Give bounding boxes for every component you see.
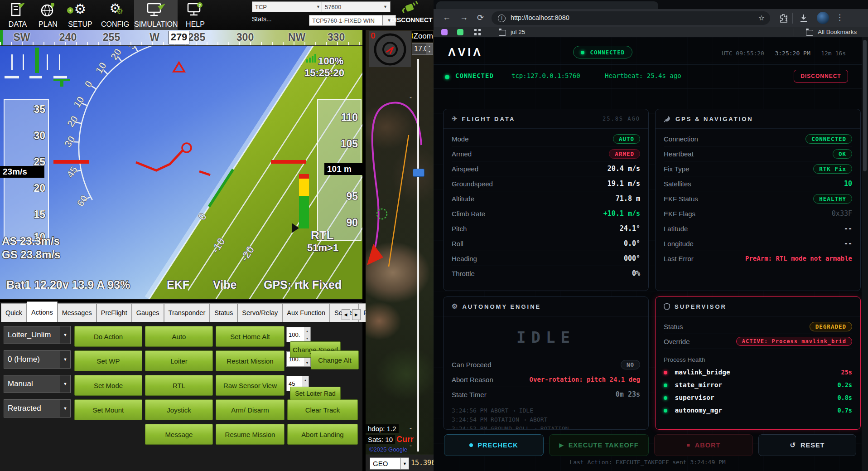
all-bookmarks[interactable]: All Bookmarks	[818, 29, 857, 35]
loiter-button[interactable]: Loiter	[145, 350, 213, 371]
tab-scroll-right[interactable]: ▶	[352, 309, 361, 320]
set-wp-button[interactable]: Set WP	[74, 350, 142, 371]
zoom-slider-handle[interactable]	[413, 169, 424, 177]
row-supervisor-status: StatusDEGRADED	[664, 319, 852, 334]
slider-tick: -	[410, 93, 412, 101]
tab-plan[interactable]: PLAN	[34, 0, 63, 30]
simulation-monitor-icon	[146, 2, 166, 18]
auto-button[interactable]: Auto	[145, 326, 213, 347]
folder-icon	[806, 29, 813, 37]
bookmark-green[interactable]	[457, 29, 463, 35]
tab-actions[interactable]: Actions	[27, 301, 58, 322]
bookmarks-divider2	[794, 29, 794, 36]
resume-mission-button[interactable]: Resume Mission	[216, 424, 285, 445]
coord-select-arrow[interactable]: ▼	[400, 457, 409, 470]
mount-select[interactable]: Retracted▼	[4, 399, 71, 418]
protocol-select[interactable]: TCP▼	[252, 1, 323, 12]
restart-mission-button[interactable]: Restart Mission	[216, 350, 285, 371]
mp-tab-bar: QuickActionsMessagesPreFlightGaugesTrans…	[0, 302, 362, 322]
precheck-button[interactable]: PRECHECK	[444, 434, 544, 456]
disconnect-button[interactable]: DISCONNECT	[391, 16, 432, 24]
tab-transponder[interactable]: Transponder	[164, 303, 210, 322]
address-bar[interactable]: i http://localhost:8080 ☆	[492, 11, 770, 25]
tab-scroll-left[interactable]: ◀	[342, 309, 350, 320]
row-satellites: Satellites10	[664, 176, 852, 191]
bookmark-folder-jul25[interactable]: jul 25	[511, 29, 525, 35]
row-altitude: Altitude71.8 m	[452, 191, 640, 206]
zoom-stepper[interactable]: 17.0 ▲▼	[412, 43, 433, 55]
raw-sensor-view-button[interactable]: Raw Sensor View	[216, 375, 285, 396]
row-heartbeat: HeartbeatOK	[664, 146, 852, 161]
bookmark-star-icon[interactable]: ☆	[758, 14, 765, 22]
abort-button[interactable]: ■ABORT	[654, 434, 753, 456]
avia-dashboard: ΛVIΛ CONNECTED UTC 09:55:20 3:25:20 PM 1…	[434, 37, 862, 471]
disconnect-button[interactable]: DISCONNECT	[794, 70, 848, 83]
toolbar-divider	[792, 13, 793, 24]
set-mount-button[interactable]: Set Mount	[74, 399, 142, 420]
coord-bar: GEO ▼ 15.39655	[366, 455, 434, 471]
coord-mode-select[interactable]: GEO	[370, 457, 403, 470]
set-loiter-rad-button[interactable]: Set Loiter Rad	[290, 387, 341, 400]
tab-data[interactable]: DATA	[3, 0, 33, 30]
tab-aux-function[interactable]: Aux Function	[282, 303, 330, 322]
waypoint-select[interactable]: 0 (Home)▼	[4, 350, 71, 369]
bookmark-purple[interactable]	[441, 29, 448, 35]
do-action-button[interactable]: Do Action	[74, 326, 142, 347]
satellite-icon	[664, 115, 671, 122]
clear-track-button[interactable]: Clear Track	[287, 399, 358, 420]
change-alt-button[interactable]: Change Alt	[311, 350, 359, 369]
baud-select[interactable]: 57600▼	[322, 1, 391, 12]
mode-select[interactable]: Loiter_Unlim▼	[4, 326, 71, 344]
stepper-arrows-icon[interactable]: ▲▼	[304, 327, 310, 342]
connection-status-pill: CONNECTED	[573, 46, 632, 58]
row-throttle: Throttle0%	[452, 266, 640, 281]
reset-button[interactable]: ↺RESET	[758, 434, 856, 456]
set-home-alt-button[interactable]: Set Home Alt	[216, 326, 285, 347]
stats-link[interactable]: Stats...	[252, 15, 272, 23]
abort-landing-button[interactable]: Abort Landing	[287, 424, 358, 445]
forward-icon[interactable]: →	[460, 13, 468, 22]
link-select[interactable]: TCP5760-1-FIXED WIN	[309, 15, 388, 26]
speed-stepper[interactable]: 100.▲▼	[286, 327, 311, 342]
zoom-slider-track[interactable]	[417, 59, 419, 452]
tab-status[interactable]: Status	[210, 303, 237, 322]
joystick-button[interactable]: Joystick	[145, 399, 213, 420]
apps-grid-icon[interactable]	[474, 29, 481, 35]
tab-gauges[interactable]: Gauges	[132, 303, 164, 322]
map-strip[interactable]: 0 Zoom 17.0 ▲▼ - - - hdop: 1.2 Sats: 10 …	[366, 30, 434, 471]
tab-preflight[interactable]: PreFlight	[96, 303, 132, 322]
utc-time: UTC 09:55:20	[722, 50, 764, 57]
tab-quick[interactable]: Quick	[1, 303, 27, 322]
back-icon[interactable]: ←	[443, 13, 451, 22]
hud-vibe[interactable]: Vibe	[213, 278, 236, 291]
avatar[interactable]	[817, 12, 829, 24]
flightmode-select[interactable]: Manual▼	[4, 375, 71, 393]
arm-disarm-button[interactable]: Arm/ Disarm	[216, 399, 285, 420]
hud-clock: 15:25:20	[304, 67, 344, 79]
scrollbar-track[interactable]	[862, 37, 868, 471]
extensions-icon[interactable]	[779, 14, 788, 23]
tab-simulation[interactable]: SIMULATION	[134, 0, 178, 30]
downloads-icon[interactable]	[799, 13, 809, 23]
chevron-down-icon: ▼	[60, 351, 70, 368]
tab-messages[interactable]: Messages	[58, 303, 96, 322]
browser-tab[interactable]	[436, 1, 658, 9]
tab-servo-relay[interactable]: Servo/Relay	[237, 303, 282, 322]
hdop-readout: hdop: 1.2	[366, 424, 399, 433]
tab-setup[interactable]: ⚙+ SETUP	[64, 0, 96, 30]
log-entry: 3:24:54 PM ROTATION → ABORT	[452, 415, 640, 424]
hud-ekf[interactable]: EKF	[167, 278, 189, 291]
message-button[interactable]: Message	[145, 424, 213, 445]
set-mode-button[interactable]: Set Mode	[74, 375, 142, 396]
site-info-icon[interactable]: i	[498, 15, 506, 22]
stop-icon: ■	[687, 442, 690, 448]
tab-config[interactable]: ⚙⚙ CONFIG	[98, 0, 132, 30]
stepper-arrows-icon[interactable]: ▲▼	[426, 44, 433, 54]
execute-takeoff-button[interactable]: ▶EXECUTE TAKEOFF	[549, 434, 649, 456]
tab-help[interactable]: ? HELP	[180, 0, 210, 30]
url-text[interactable]: http://localhost:8080	[511, 14, 569, 21]
scrollbar-thumb[interactable]	[863, 40, 867, 171]
reload-icon[interactable]: ⟳	[477, 13, 484, 23]
menu-kebab-icon[interactable]: ⋮	[836, 13, 844, 22]
rtl-button[interactable]: RTL	[145, 375, 213, 396]
